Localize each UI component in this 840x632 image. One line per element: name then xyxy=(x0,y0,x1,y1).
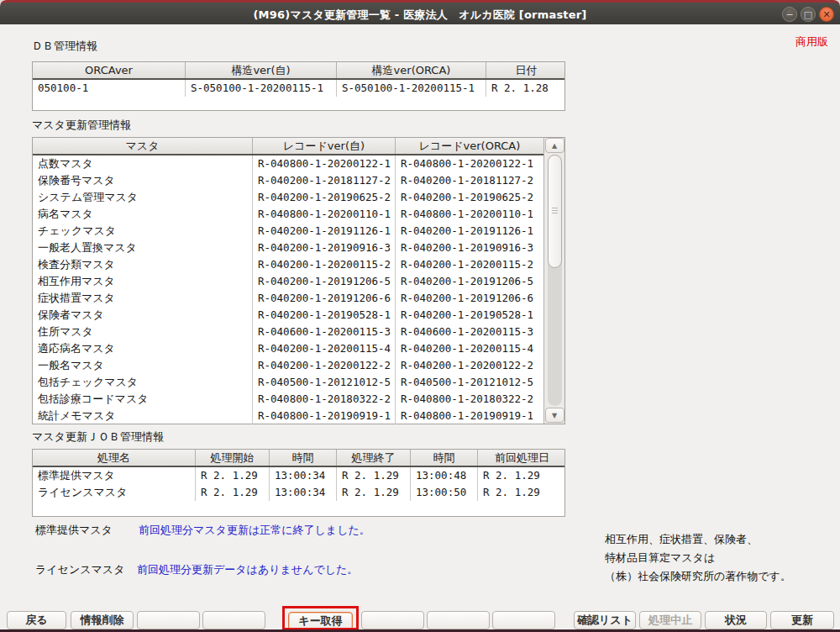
table-row[interactable]: 一般名マスタR-040200-1-20200122-2R-040200-1-20… xyxy=(33,357,543,374)
master-name-cell: 住所マスタ xyxy=(33,324,253,340)
ver-orca-cell: R-040800-1-20180322-2 xyxy=(396,391,543,408)
master-name-cell: システム管理マスタ xyxy=(33,189,253,206)
ver-orca-cell: R-040200-1-20200122-2 xyxy=(396,357,543,374)
app-window: (M96)マスタ更新管理一覧 - 医療法人 オルカ医院 [ormaster] ─… xyxy=(0,0,840,632)
scrollbar-track[interactable] xyxy=(548,155,562,406)
master-name-cell: 包括診療コードマスタ xyxy=(33,391,253,408)
table-row[interactable]: 検査分類マスタR-040200-1-20200115-2R-040200-1-2… xyxy=(33,256,543,273)
ver-self-cell: R-040800-1-20200110-1 xyxy=(253,206,396,223)
delete-info-button[interactable]: 情報削除 xyxy=(71,611,134,629)
column-header: 構造ver(ORCA) xyxy=(337,62,486,78)
blank-button-1[interactable] xyxy=(137,611,200,629)
key-acquire-button[interactable]: キー取得 xyxy=(288,612,353,630)
table-row[interactable]: システム管理マスタR-040200-1-20190625-2R-040200-1… xyxy=(33,189,543,206)
table-row[interactable]: チェックマスタR-040200-1-20191126-1R-040200-1-2… xyxy=(33,223,543,240)
master-info-section-title: マスタ更新管理情報 xyxy=(32,118,131,133)
back-button[interactable]: 戻る xyxy=(7,611,66,629)
end-date-cell: R 2. 1.29 xyxy=(337,484,411,501)
maximize-button[interactable]: □ xyxy=(801,7,816,22)
start-time-cell: 13:00:34 xyxy=(270,467,337,484)
status-message: 前回処理分更新データはありませんでした。 xyxy=(137,562,358,577)
blank-button-5[interactable] xyxy=(492,611,555,629)
blank-button-3[interactable] xyxy=(361,611,424,629)
db-info-section-title: ＤＢ管理情報 xyxy=(32,39,97,54)
job-table-header: 処理名 処理開始 時間 処理終了 時間 前回処理日 xyxy=(33,450,564,467)
date-cell: R 2. 1.28 xyxy=(486,80,566,97)
table-row[interactable]: 標準提供マスタ R 2. 1.29 13:00:34 R 2. 1.29 13:… xyxy=(33,467,564,484)
ver-orca-cell: R-040800-1-20200110-1 xyxy=(396,206,543,223)
table-row[interactable]: 点数マスタR-040800-1-20200122-1R-040800-1-202… xyxy=(33,155,543,172)
scrollbar-grip xyxy=(552,208,558,214)
copyright-note-line: 相互作用、症状措置、保険者、 xyxy=(605,530,791,549)
table-row[interactable]: 一般老人置換マスタR-040200-1-20190916-3R-040200-1… xyxy=(33,240,543,256)
table-row[interactable]: 相互作用マスタR-040200-1-20191206-5R-040200-1-2… xyxy=(33,273,543,290)
master-name-cell: 統計メモマスタ xyxy=(33,408,253,424)
status-message: 前回処理分マスタ更新は正常に終了しました。 xyxy=(139,523,370,538)
scroll-up-icon[interactable]: ▲ xyxy=(545,138,564,153)
column-header: 処理名 xyxy=(33,450,196,466)
master-name-cell: 症状措置マスタ xyxy=(33,290,253,307)
last-date-cell: R 2. 1.29 xyxy=(478,484,566,501)
master-name-cell: 点数マスタ xyxy=(33,155,253,172)
table-row[interactable]: ライセンスマスタ R 2. 1.29 13:00:34 R 2. 1.29 13… xyxy=(33,484,564,501)
ver-self-cell: R-040200-1-20191126-1 xyxy=(253,223,396,240)
table-row[interactable]: 包括チェックマスタR-040500-1-20121012-5R-040500-1… xyxy=(33,374,543,391)
copyright-note: 相互作用、症状措置、保険者、 特材品目算定マスタは （株）社会保険研究所の著作物… xyxy=(605,530,791,586)
last-date-cell: R 2. 1.29 xyxy=(478,467,566,484)
table-row[interactable]: 050100-1 S-050100-1-20200115-1 S-050100-… xyxy=(33,80,564,97)
column-header: 構造ver(自) xyxy=(186,62,337,78)
column-header: 前回処理日 xyxy=(478,450,566,466)
start-time-cell: 13:00:34 xyxy=(270,484,337,501)
scroll-down-icon[interactable]: ▼ xyxy=(545,408,564,423)
orca-ver-cell: 050100-1 xyxy=(33,80,186,97)
status-label: 標準提供マスタ xyxy=(35,523,113,538)
ver-self-cell: R-040800-1-20200122-1 xyxy=(253,155,396,172)
table-row[interactable]: 包括診療コードマスタR-040800-1-20180322-2R-040800-… xyxy=(33,391,543,408)
ver-orca-cell: R-040600-1-20200115-3 xyxy=(396,324,543,340)
ver-orca-cell: R-040800-1-20200122-1 xyxy=(396,155,543,172)
start-date-cell: R 2. 1.29 xyxy=(196,484,270,501)
table-row[interactable]: 適応病名マスタR-040200-1-20200115-4R-040200-1-2… xyxy=(33,340,543,357)
blank-button-2[interactable] xyxy=(202,611,265,629)
ver-orca-cell: R-040200-1-20181127-2 xyxy=(396,172,543,189)
blank-button-4[interactable] xyxy=(427,611,490,629)
minimize-button[interactable]: ─ xyxy=(782,7,797,22)
vertical-scrollbar[interactable]: ▲ ▼ xyxy=(543,138,564,424)
ver-self-cell: R-040600-1-20200115-3 xyxy=(253,324,396,340)
status-button[interactable]: 状況 xyxy=(705,611,767,629)
master-name-cell: 包括チェックマスタ xyxy=(33,374,253,391)
job-info-section-title: マスタ更新ＪＯＢ管理情報 xyxy=(32,429,164,445)
scrollbar-thumb[interactable] xyxy=(548,155,562,268)
column-header: ORCAver xyxy=(33,62,186,78)
table-row[interactable]: 保険番号マスタR-040200-1-20181127-2R-040200-1-2… xyxy=(33,172,543,189)
column-header: 処理開始 xyxy=(196,450,270,466)
column-header: 時間 xyxy=(411,450,478,466)
column-header: 日付 xyxy=(486,62,566,78)
master-name-cell: 一般老人置換マスタ xyxy=(33,240,253,256)
column-header: レコードver(ORCA) xyxy=(396,138,543,154)
close-button[interactable]: ✕ xyxy=(819,7,834,22)
end-time-cell: 13:00:50 xyxy=(411,484,478,501)
title-bar: (M96)マスタ更新管理一覧 - 医療法人 オルカ医院 [ormaster] ─… xyxy=(0,0,840,24)
confirm-list-button[interactable]: 確認リスト xyxy=(574,611,636,629)
master-name-cell: 保険番号マスタ xyxy=(33,172,253,189)
ver-orca-cell: R-040200-1-20200115-2 xyxy=(396,256,543,273)
ver-orca-cell: R-040200-1-20191206-5 xyxy=(396,273,543,290)
ver-self-cell: R-040200-1-20191206-5 xyxy=(253,273,396,290)
update-button[interactable]: 更新 xyxy=(770,611,834,629)
ver-self-cell: R-040200-1-20181127-2 xyxy=(253,172,396,189)
ver-self-cell: R-040500-1-20121012-5 xyxy=(253,374,396,391)
struct-ver-orca-cell: S-050100-1-20200115-1 xyxy=(337,80,486,97)
table-row[interactable]: 統計メモマスタR-040800-1-20190919-1R-040800-1-2… xyxy=(33,408,543,424)
status-label: ライセンスマスタ xyxy=(35,562,124,577)
table-row[interactable]: 症状措置マスタR-040200-1-20191206-6R-040200-1-2… xyxy=(33,290,543,307)
ver-orca-cell: R-040200-1-20190916-3 xyxy=(396,240,543,256)
ver-self-cell: R-040200-1-20200115-2 xyxy=(253,256,396,273)
abort-process-button: 処理中止 xyxy=(639,611,701,629)
table-row[interactable]: 住所マスタR-040600-1-20200115-3R-040600-1-202… xyxy=(33,324,543,340)
column-header: 処理終了 xyxy=(337,450,411,466)
table-row[interactable]: 病名マスタR-040800-1-20200110-1R-040800-1-202… xyxy=(33,206,543,223)
ver-orca-cell: R-040200-1-20190625-2 xyxy=(396,189,543,206)
table-row[interactable]: 保険者マスタR-040200-1-20190528-1R-040200-1-20… xyxy=(33,307,543,324)
end-time-cell: 13:00:48 xyxy=(411,467,478,484)
